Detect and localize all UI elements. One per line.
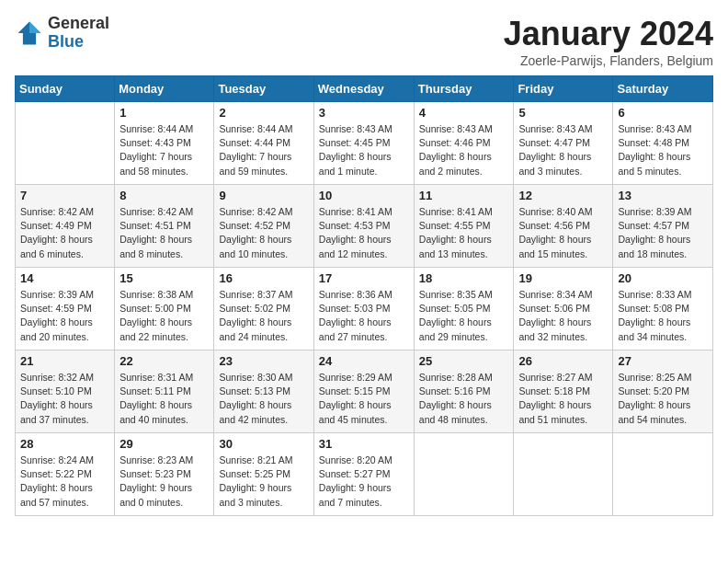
calendar-cell: 28Sunrise: 8:24 AM Sunset: 5:22 PM Dayli… <box>16 433 115 516</box>
day-number: 1 <box>119 106 209 120</box>
calendar-cell: 25Sunrise: 8:28 AM Sunset: 5:16 PM Dayli… <box>414 350 514 433</box>
day-info: Sunrise: 8:23 AM Sunset: 5:23 PM Dayligh… <box>119 454 209 510</box>
svg-marker-1 <box>29 21 40 32</box>
logo-blue-text: Blue <box>48 33 109 52</box>
day-number: 30 <box>219 437 308 451</box>
calendar-cell: 21Sunrise: 8:32 AM Sunset: 5:10 PM Dayli… <box>16 350 115 433</box>
calendar-cell <box>613 433 713 516</box>
day-info: Sunrise: 8:42 AM Sunset: 4:51 PM Dayligh… <box>119 205 209 261</box>
calendar-cell: 3Sunrise: 8:43 AM Sunset: 4:45 PM Daylig… <box>313 102 414 185</box>
calendar-cell: 24Sunrise: 8:29 AM Sunset: 5:15 PM Dayli… <box>313 350 414 433</box>
day-info: Sunrise: 8:29 AM Sunset: 5:15 PM Dayligh… <box>319 371 409 427</box>
day-number: 27 <box>618 354 708 368</box>
calendar-cell: 11Sunrise: 8:41 AM Sunset: 4:55 PM Dayli… <box>414 185 514 268</box>
day-info: Sunrise: 8:32 AM Sunset: 5:10 PM Dayligh… <box>20 371 109 427</box>
calendar-table: SundayMondayTuesdayWednesdayThursdayFrid… <box>15 75 713 516</box>
day-info: Sunrise: 8:44 AM Sunset: 4:44 PM Dayligh… <box>219 122 308 178</box>
weekday-header-monday: Monday <box>115 76 214 102</box>
day-number: 22 <box>119 354 209 368</box>
day-number: 11 <box>419 189 509 202</box>
day-number: 26 <box>518 354 608 368</box>
month-title: January 2024 <box>504 15 713 53</box>
day-info: Sunrise: 8:44 AM Sunset: 4:43 PM Dayligh… <box>119 122 209 178</box>
calendar-cell: 2Sunrise: 8:44 AM Sunset: 4:44 PM Daylig… <box>214 102 313 185</box>
day-info: Sunrise: 8:37 AM Sunset: 5:02 PM Dayligh… <box>219 288 308 344</box>
day-info: Sunrise: 8:21 AM Sunset: 5:25 PM Dayligh… <box>219 454 308 510</box>
day-number: 29 <box>119 437 209 451</box>
day-number: 4 <box>419 106 509 120</box>
day-number: 17 <box>319 271 409 285</box>
calendar-cell: 17Sunrise: 8:36 AM Sunset: 5:03 PM Dayli… <box>313 268 414 350</box>
logo-icon <box>15 18 44 48</box>
logo: General Blue <box>15 15 109 52</box>
day-info: Sunrise: 8:25 AM Sunset: 5:20 PM Dayligh… <box>618 371 708 427</box>
calendar-cell: 15Sunrise: 8:38 AM Sunset: 5:00 PM Dayli… <box>115 268 214 350</box>
day-info: Sunrise: 8:28 AM Sunset: 5:16 PM Dayligh… <box>419 371 509 427</box>
calendar-cell <box>414 433 514 516</box>
day-number: 24 <box>319 354 409 368</box>
day-info: Sunrise: 8:20 AM Sunset: 5:27 PM Dayligh… <box>319 454 409 510</box>
calendar-cell: 23Sunrise: 8:30 AM Sunset: 5:13 PM Dayli… <box>214 350 313 433</box>
calendar-cell: 4Sunrise: 8:43 AM Sunset: 4:46 PM Daylig… <box>414 102 514 185</box>
weekday-header-thursday: Thursday <box>414 76 514 102</box>
calendar-week-4: 21Sunrise: 8:32 AM Sunset: 5:10 PM Dayli… <box>16 350 713 433</box>
calendar-cell: 8Sunrise: 8:42 AM Sunset: 4:51 PM Daylig… <box>115 185 214 268</box>
calendar-week-1: 1Sunrise: 8:44 AM Sunset: 4:43 PM Daylig… <box>16 102 713 185</box>
day-info: Sunrise: 8:34 AM Sunset: 5:06 PM Dayligh… <box>518 288 608 344</box>
calendar-cell: 5Sunrise: 8:43 AM Sunset: 4:47 PM Daylig… <box>514 102 613 185</box>
day-number: 12 <box>518 189 608 202</box>
day-info: Sunrise: 8:43 AM Sunset: 4:46 PM Dayligh… <box>419 122 509 178</box>
day-info: Sunrise: 8:31 AM Sunset: 5:11 PM Dayligh… <box>119 371 209 427</box>
calendar-cell: 9Sunrise: 8:42 AM Sunset: 4:52 PM Daylig… <box>214 185 313 268</box>
calendar-week-2: 7Sunrise: 8:42 AM Sunset: 4:49 PM Daylig… <box>16 185 713 268</box>
calendar-header: SundayMondayTuesdayWednesdayThursdayFrid… <box>16 76 713 102</box>
day-info: Sunrise: 8:39 AM Sunset: 4:59 PM Dayligh… <box>20 288 109 344</box>
day-number: 6 <box>618 106 708 120</box>
calendar-cell <box>16 102 115 185</box>
calendar-cell: 14Sunrise: 8:39 AM Sunset: 4:59 PM Dayli… <box>16 268 115 350</box>
calendar-cell: 29Sunrise: 8:23 AM Sunset: 5:23 PM Dayli… <box>115 433 214 516</box>
logo-general-text: General <box>48 15 109 33</box>
day-info: Sunrise: 8:39 AM Sunset: 4:57 PM Dayligh… <box>618 205 708 261</box>
weekday-header-wednesday: Wednesday <box>313 76 414 102</box>
calendar-cell: 30Sunrise: 8:21 AM Sunset: 5:25 PM Dayli… <box>214 433 313 516</box>
day-number: 21 <box>20 354 109 368</box>
title-block: January 2024 Zoerle-Parwijs, Flanders, B… <box>504 15 713 68</box>
calendar-cell: 27Sunrise: 8:25 AM Sunset: 5:20 PM Dayli… <box>613 350 713 433</box>
calendar-cell: 13Sunrise: 8:39 AM Sunset: 4:57 PM Dayli… <box>613 185 713 268</box>
day-number: 8 <box>119 189 209 202</box>
day-info: Sunrise: 8:40 AM Sunset: 4:56 PM Dayligh… <box>518 205 608 261</box>
calendar-cell: 19Sunrise: 8:34 AM Sunset: 5:06 PM Dayli… <box>514 268 613 350</box>
day-info: Sunrise: 8:42 AM Sunset: 4:52 PM Dayligh… <box>219 205 308 261</box>
calendar-cell: 6Sunrise: 8:43 AM Sunset: 4:48 PM Daylig… <box>613 102 713 185</box>
calendar-cell: 12Sunrise: 8:40 AM Sunset: 4:56 PM Dayli… <box>514 185 613 268</box>
calendar-cell: 16Sunrise: 8:37 AM Sunset: 5:02 PM Dayli… <box>214 268 313 350</box>
day-info: Sunrise: 8:41 AM Sunset: 4:55 PM Dayligh… <box>419 205 509 261</box>
day-number: 14 <box>20 271 109 285</box>
calendar-cell: 1Sunrise: 8:44 AM Sunset: 4:43 PM Daylig… <box>115 102 214 185</box>
calendar-week-5: 28Sunrise: 8:24 AM Sunset: 5:22 PM Dayli… <box>16 433 713 516</box>
day-number: 7 <box>20 189 109 202</box>
day-info: Sunrise: 8:35 AM Sunset: 5:05 PM Dayligh… <box>419 288 509 344</box>
weekday-header-row: SundayMondayTuesdayWednesdayThursdayFrid… <box>16 76 713 102</box>
day-info: Sunrise: 8:41 AM Sunset: 4:53 PM Dayligh… <box>319 205 409 261</box>
day-number: 2 <box>219 106 308 120</box>
weekday-header-sunday: Sunday <box>16 76 115 102</box>
day-info: Sunrise: 8:33 AM Sunset: 5:08 PM Dayligh… <box>618 288 708 344</box>
day-number: 5 <box>518 106 608 120</box>
logo-text: General Blue <box>48 15 109 52</box>
day-info: Sunrise: 8:42 AM Sunset: 4:49 PM Dayligh… <box>20 205 109 261</box>
day-info: Sunrise: 8:36 AM Sunset: 5:03 PM Dayligh… <box>319 288 409 344</box>
day-number: 16 <box>219 271 308 285</box>
day-info: Sunrise: 8:43 AM Sunset: 4:48 PM Dayligh… <box>618 122 708 178</box>
day-number: 28 <box>20 437 109 451</box>
weekday-header-tuesday: Tuesday <box>214 76 313 102</box>
day-number: 3 <box>319 106 409 120</box>
day-number: 19 <box>518 271 608 285</box>
page-header: General Blue January 2024 Zoerle-Parwijs… <box>15 15 713 68</box>
calendar-cell: 18Sunrise: 8:35 AM Sunset: 5:05 PM Dayli… <box>414 268 514 350</box>
calendar-cell: 26Sunrise: 8:27 AM Sunset: 5:18 PM Dayli… <box>514 350 613 433</box>
day-info: Sunrise: 8:24 AM Sunset: 5:22 PM Dayligh… <box>20 454 109 510</box>
calendar-cell: 7Sunrise: 8:42 AM Sunset: 4:49 PM Daylig… <box>16 185 115 268</box>
day-info: Sunrise: 8:30 AM Sunset: 5:13 PM Dayligh… <box>219 371 308 427</box>
